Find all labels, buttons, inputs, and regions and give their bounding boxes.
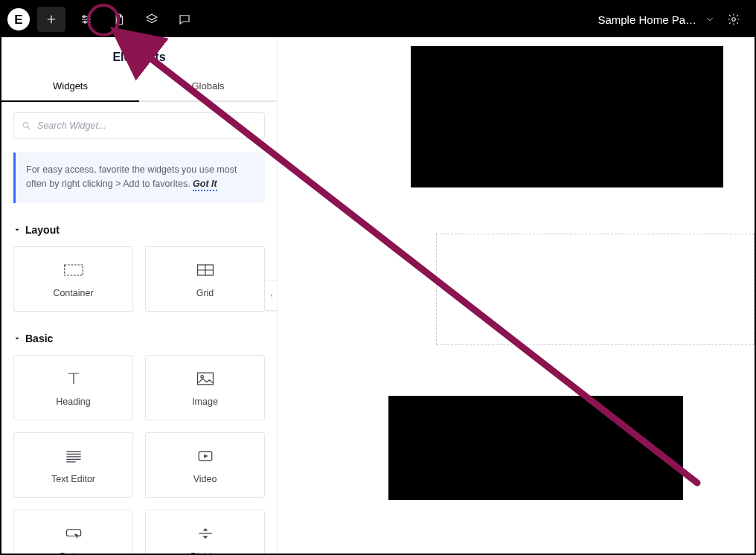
svg-point-8 (200, 375, 203, 378)
gear-icon (727, 13, 740, 26)
elementor-logo-glyph: E (14, 13, 22, 26)
canvas-element-2[interactable] (388, 396, 683, 500)
widget-text-editor[interactable]: Text Editor (13, 432, 133, 498)
widget-label: Button (60, 551, 86, 554)
divider-icon (195, 524, 216, 542)
widget-label: Heading (56, 397, 91, 407)
chevron-down-icon (705, 14, 715, 25)
container-icon (63, 261, 84, 279)
heading-icon (63, 370, 84, 388)
favorites-tip: For easy access, favorite the widgets yo… (13, 153, 265, 203)
comment-icon (178, 13, 191, 26)
widget-image[interactable]: Image (145, 355, 265, 420)
svg-rect-10 (66, 529, 80, 536)
document-icon (112, 13, 126, 26)
widget-label: Divider (190, 551, 220, 554)
section-toggle-layout[interactable]: Layout (1, 203, 277, 242)
grid-icon (195, 261, 216, 279)
section-toggle-basic[interactable]: Basic (1, 312, 277, 350)
layers-icon (145, 13, 158, 26)
elements-panel: Elements Widgets Globals For easy access… (1, 37, 278, 554)
widget-heading[interactable]: Heading (13, 355, 133, 420)
tab-widgets[interactable]: Widgets (1, 73, 139, 100)
caret-down-icon (13, 335, 21, 342)
panel-title: Elements (1, 37, 277, 73)
search-input[interactable] (37, 121, 257, 131)
video-icon (195, 447, 216, 465)
structure-button[interactable] (135, 1, 168, 37)
svg-rect-5 (64, 265, 83, 275)
section-title-layout: Layout (25, 224, 60, 236)
page-settings-button[interactable] (103, 1, 135, 37)
sliders-icon (80, 13, 93, 26)
favorites-tip-dismiss[interactable]: Got It (193, 179, 217, 191)
widget-grid[interactable]: Grid (145, 246, 265, 312)
chevron-left-icon (269, 292, 275, 299)
widget-label: Grid (196, 288, 214, 298)
top-toolbar: E (1, 1, 755, 37)
preferences-button[interactable] (720, 13, 747, 26)
text-editor-icon (63, 447, 84, 465)
page-dropdown-toggle[interactable] (702, 14, 717, 25)
svg-point-3 (732, 18, 736, 22)
widget-video[interactable]: Video (145, 432, 265, 498)
widget-divider[interactable]: Divider (145, 510, 265, 554)
site-settings-button[interactable] (70, 1, 103, 37)
widget-label: Video (193, 474, 217, 484)
widget-label: Container (53, 288, 93, 298)
panel-collapse-handle[interactable] (266, 280, 278, 311)
image-icon (195, 370, 216, 388)
elementor-logo[interactable]: E (7, 8, 30, 31)
tab-globals[interactable]: Globals (139, 73, 277, 100)
widget-container[interactable]: Container (13, 246, 133, 312)
add-element-button[interactable] (37, 7, 65, 32)
button-icon (63, 524, 84, 542)
empty-section-dropzone[interactable] (436, 234, 755, 345)
canvas-element-1[interactable] (411, 46, 723, 187)
page-title-label[interactable]: Sample Home Pa… (598, 13, 696, 26)
search-widget-field[interactable] (13, 112, 265, 139)
svg-point-4 (23, 123, 28, 128)
section-title-basic: Basic (25, 333, 53, 344)
panel-tabs: Widgets Globals (1, 73, 277, 100)
svg-rect-7 (197, 373, 213, 385)
caret-down-icon (13, 226, 21, 234)
widget-label: Image (192, 397, 218, 407)
widget-label: Text Editor (51, 474, 95, 484)
notes-button[interactable] (168, 1, 201, 37)
plus-icon (45, 13, 58, 26)
widget-button[interactable]: Button (13, 510, 133, 554)
search-icon (22, 121, 31, 131)
